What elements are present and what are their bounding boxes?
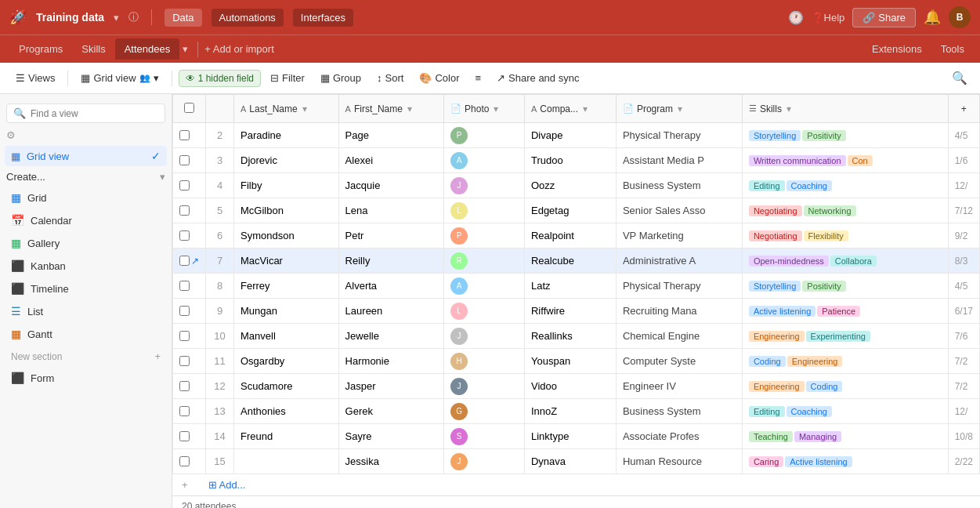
cell-company[interactable]: Divape xyxy=(524,123,616,148)
cell-photo[interactable]: P xyxy=(444,123,525,148)
cell-program[interactable]: Associate Profes xyxy=(616,424,742,449)
cell-first-name[interactable]: Jacquie xyxy=(338,173,443,198)
cell-photo[interactable]: H xyxy=(444,349,525,374)
cell-company[interactable]: Latz xyxy=(524,274,616,299)
skill-tag[interactable]: Negotiating xyxy=(749,230,802,241)
skill-tag[interactable]: Engineering xyxy=(749,331,805,342)
header-checkbox-cell[interactable] xyxy=(173,95,206,123)
add-field-btn[interactable]: + xyxy=(948,95,979,123)
cell-photo[interactable]: A xyxy=(444,274,525,299)
cell-skills[interactable]: NegotiatingFlexibility xyxy=(742,223,948,249)
cell-first-name[interactable]: Sayre xyxy=(338,424,443,449)
cell-photo[interactable]: J xyxy=(444,449,525,474)
expand-row-icon[interactable]: ↗ xyxy=(191,256,199,267)
cell-photo[interactable]: S xyxy=(444,424,525,449)
tabs-dropdown[interactable]: ▾ xyxy=(179,38,191,60)
cell-program[interactable]: Physical Therapy xyxy=(616,274,742,299)
cell-last-name[interactable]: Manvell xyxy=(234,324,339,349)
cell-last-name[interactable]: Symondson xyxy=(234,223,339,249)
cell-skills[interactable]: EngineeringExperimenting xyxy=(742,324,948,349)
cell-photo[interactable]: L xyxy=(444,299,525,324)
cell-last-name[interactable]: Osgardby xyxy=(234,349,339,374)
nav-automations-btn[interactable]: Automations xyxy=(212,9,284,27)
row-checkbox[interactable] xyxy=(179,130,190,140)
cell-first-name[interactable]: Laureen xyxy=(338,299,443,324)
cell-program[interactable]: Assistant Media P xyxy=(616,148,742,173)
cell-last-name[interactable]: Ferrey xyxy=(234,274,339,299)
cell-program[interactable]: Physical Therapy xyxy=(616,123,742,148)
cell-skills[interactable]: Active listeningPatience xyxy=(742,299,948,324)
cell-first-name[interactable]: Page xyxy=(338,123,443,148)
row-checkbox[interactable] xyxy=(179,281,190,291)
app-info-icon[interactable]: ⓘ xyxy=(128,10,139,24)
row-checkbox[interactable] xyxy=(179,381,190,391)
cell-first-name[interactable]: Jasper xyxy=(338,374,443,399)
settings-icon[interactable]: ⚙ xyxy=(6,129,16,141)
row-checkbox[interactable] xyxy=(179,331,190,341)
cell-first-name[interactable]: Alverta xyxy=(338,274,443,299)
tab-attendees[interactable]: Attendees xyxy=(115,38,180,60)
col-skills[interactable]: ☰ Skills ▾ xyxy=(742,95,948,123)
cell-skills[interactable]: CodingEngineering xyxy=(742,349,948,374)
cell-company[interactable]: Youspan xyxy=(524,349,616,374)
cell-company[interactable]: Linktype xyxy=(524,424,616,449)
create-label[interactable]: Create... xyxy=(6,171,45,183)
col-sort-icon-6[interactable]: ▾ xyxy=(787,103,791,114)
col-company[interactable]: A Compa... ▾ xyxy=(524,95,616,123)
cell-photo[interactable]: L xyxy=(444,198,525,223)
cell-photo[interactable]: P xyxy=(444,223,525,249)
col-photo[interactable]: 📄 Photo ▾ xyxy=(444,95,525,123)
nav-data-btn[interactable]: Data xyxy=(165,9,201,27)
skill-tag[interactable]: Coding xyxy=(806,381,843,392)
skill-tag[interactable]: Coaching xyxy=(787,180,832,191)
cell-last-name[interactable]: Mungan xyxy=(234,299,339,324)
skill-tag[interactable]: Active listening xyxy=(749,306,815,317)
cell-first-name[interactable]: Reilly xyxy=(338,249,443,274)
row-checkbox[interactable] xyxy=(179,431,190,441)
cell-company[interactable]: Vidoo xyxy=(524,374,616,399)
row-checkbox[interactable] xyxy=(179,180,190,190)
cell-company[interactable]: InnoZ xyxy=(524,399,616,424)
cell-program[interactable]: VP Marketing xyxy=(616,223,742,249)
add-row-btn[interactable]: + ⊞ Add... xyxy=(172,474,980,495)
skill-tag[interactable]: Storytelling xyxy=(749,281,801,292)
filter-btn[interactable]: ⊟ Filter xyxy=(264,69,311,87)
sidebar-item-gantt[interactable]: ▦ Gantt + xyxy=(5,323,167,345)
col-first-name[interactable]: A First_Name ▾ xyxy=(338,95,443,123)
sidebar-item-timeline[interactable]: ⬛ Timeline + xyxy=(5,278,167,299)
cell-first-name[interactable]: Alexei xyxy=(338,148,443,173)
cell-company[interactable]: Edgetag xyxy=(524,198,616,223)
cell-last-name[interactable]: Scudamore xyxy=(234,374,339,399)
skill-tag[interactable]: Teaching xyxy=(749,431,793,442)
col-sort-icon-4[interactable]: ▾ xyxy=(583,103,588,114)
skill-tag[interactable]: Coaching xyxy=(787,406,832,417)
cell-last-name[interactable]: Anthonies xyxy=(234,399,339,424)
cell-program[interactable]: Engineer IV xyxy=(616,374,742,399)
sidebar-item-gallery[interactable]: ▦ Gallery + xyxy=(5,232,167,254)
tools-btn[interactable]: Tools xyxy=(935,40,971,58)
row-checkbox[interactable] xyxy=(179,356,190,366)
user-avatar[interactable]: B xyxy=(949,6,971,28)
color-btn[interactable]: 🎨 Color xyxy=(413,69,465,87)
cell-company[interactable]: Realcube xyxy=(524,249,616,274)
cell-last-name[interactable]: Paradine xyxy=(234,123,339,148)
sort-btn[interactable]: ↕ Sort xyxy=(371,69,410,87)
share-sync-btn[interactable]: ↗ Share and sync xyxy=(490,69,585,87)
new-section-add-icon[interactable]: + xyxy=(154,350,161,362)
skill-tag[interactable]: Editing xyxy=(749,406,785,417)
row-checkbox[interactable] xyxy=(179,155,190,165)
add-import-btn[interactable]: + Add or import xyxy=(204,43,274,55)
skill-tag[interactable]: Open-mindedness xyxy=(749,256,829,267)
cell-last-name[interactable]: MacVicar xyxy=(234,249,339,274)
hidden-field-btn[interactable]: 👁 1 hidden field xyxy=(179,70,261,87)
sidebar-item-list[interactable]: ☰ List + xyxy=(5,300,167,322)
cell-skills[interactable]: EngineeringCoding xyxy=(742,374,948,399)
view-search[interactable]: 🔍 xyxy=(6,103,165,123)
cell-first-name[interactable]: Lena xyxy=(338,198,443,223)
cell-photo[interactable]: R xyxy=(444,249,525,274)
grid-view-item[interactable]: ▦ Grid view ✓ xyxy=(5,146,167,166)
cell-photo[interactable]: J xyxy=(444,173,525,198)
cell-skills[interactable]: TeachingManaging xyxy=(742,424,948,449)
history-icon[interactable]: 🕐 xyxy=(788,10,804,25)
cell-program[interactable]: Business System xyxy=(616,399,742,424)
